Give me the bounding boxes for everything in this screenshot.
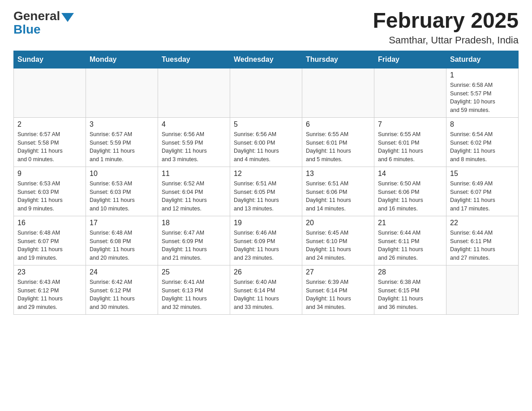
calendar-cell: 16Sunrise: 6:48 AMSunset: 6:07 PMDayligh… <box>14 216 86 265</box>
day-number: 9 <box>17 170 82 178</box>
day-number: 21 <box>378 219 442 227</box>
calendar-cell: 26Sunrise: 6:40 AMSunset: 6:14 PMDayligh… <box>230 265 302 314</box>
day-info: Sunrise: 6:55 AMSunset: 6:01 PMDaylight:… <box>378 131 423 163</box>
day-info: Sunrise: 6:42 AMSunset: 6:12 PMDaylight:… <box>90 279 135 310</box>
calendar-title: February 2025 <box>373 9 519 33</box>
calendar-cell: 25Sunrise: 6:41 AMSunset: 6:13 PMDayligh… <box>158 265 230 314</box>
day-number: 20 <box>306 219 370 227</box>
day-info: Sunrise: 6:45 AMSunset: 6:10 PMDaylight:… <box>306 230 351 261</box>
calendar-cell: 21Sunrise: 6:44 AMSunset: 6:11 PMDayligh… <box>374 216 446 265</box>
week-row-2: 2Sunrise: 6:57 AMSunset: 5:58 PMDaylight… <box>14 117 519 167</box>
day-info: Sunrise: 6:53 AMSunset: 6:03 PMDaylight:… <box>90 180 135 212</box>
calendar-cell <box>302 68 374 117</box>
calendar-cell: 19Sunrise: 6:46 AMSunset: 6:09 PMDayligh… <box>230 216 302 265</box>
calendar-cell <box>446 265 519 314</box>
calendar-cell: 3Sunrise: 6:57 AMSunset: 5:59 PMDaylight… <box>86 117 158 167</box>
calendar-header: SundayMondayTuesdayWednesdayThursdayFrid… <box>14 51 519 68</box>
calendar-cell <box>14 68 86 117</box>
calendar-cell: 27Sunrise: 6:39 AMSunset: 6:14 PMDayligh… <box>302 265 374 314</box>
day-info: Sunrise: 6:47 AMSunset: 6:09 PMDaylight:… <box>162 230 207 261</box>
calendar-cell: 20Sunrise: 6:45 AMSunset: 6:10 PMDayligh… <box>302 216 374 265</box>
day-number: 24 <box>90 268 154 276</box>
weekday-header-wednesday: Wednesday <box>230 51 302 68</box>
day-number: 26 <box>234 268 298 276</box>
weekday-header-saturday: Saturday <box>446 51 519 68</box>
day-number: 17 <box>90 219 154 227</box>
day-number: 22 <box>450 219 515 227</box>
day-number: 18 <box>162 219 226 227</box>
day-info: Sunrise: 6:58 AMSunset: 5:57 PMDaylight:… <box>450 82 495 113</box>
day-number: 28 <box>378 268 442 276</box>
day-info: Sunrise: 6:41 AMSunset: 6:13 PMDaylight:… <box>162 279 207 310</box>
calendar-cell: 4Sunrise: 6:56 AMSunset: 5:59 PMDaylight… <box>158 117 230 167</box>
day-info: Sunrise: 6:44 AMSunset: 6:11 PMDaylight:… <box>450 230 495 261</box>
day-number: 14 <box>378 170 442 178</box>
day-info: Sunrise: 6:55 AMSunset: 6:01 PMDaylight:… <box>306 131 351 163</box>
weekday-header-monday: Monday <box>86 51 158 68</box>
day-info: Sunrise: 6:56 AMSunset: 6:00 PMDaylight:… <box>234 131 279 163</box>
day-number: 13 <box>306 170 370 178</box>
day-info: Sunrise: 6:51 AMSunset: 6:05 PMDaylight:… <box>234 180 279 212</box>
weekday-header-friday: Friday <box>374 51 446 68</box>
day-info: Sunrise: 6:56 AMSunset: 5:59 PMDaylight:… <box>162 131 207 163</box>
day-number: 25 <box>162 268 226 276</box>
day-number: 19 <box>234 219 298 227</box>
calendar-cell: 5Sunrise: 6:56 AMSunset: 6:00 PMDaylight… <box>230 117 302 167</box>
day-number: 16 <box>17 219 82 227</box>
day-info: Sunrise: 6:50 AMSunset: 6:06 PMDaylight:… <box>378 180 423 212</box>
day-number: 27 <box>306 268 370 276</box>
calendar-cell: 9Sunrise: 6:53 AMSunset: 6:03 PMDaylight… <box>14 167 86 216</box>
calendar-cell: 1Sunrise: 6:58 AMSunset: 5:57 PMDaylight… <box>446 68 519 117</box>
calendar-table: SundayMondayTuesdayWednesdayThursdayFrid… <box>13 51 519 315</box>
calendar-cell <box>230 68 302 117</box>
day-number: 12 <box>234 170 298 178</box>
day-number: 11 <box>162 170 226 178</box>
calendar-cell: 24Sunrise: 6:42 AMSunset: 6:12 PMDayligh… <box>86 265 158 314</box>
week-row-4: 16Sunrise: 6:48 AMSunset: 6:07 PMDayligh… <box>14 216 519 265</box>
weekday-header-row: SundayMondayTuesdayWednesdayThursdayFrid… <box>14 51 519 68</box>
calendar-cell: 2Sunrise: 6:57 AMSunset: 5:58 PMDaylight… <box>14 117 86 167</box>
day-info: Sunrise: 6:51 AMSunset: 6:06 PMDaylight:… <box>306 180 351 212</box>
calendar-cell: 14Sunrise: 6:50 AMSunset: 6:06 PMDayligh… <box>374 167 446 216</box>
day-info: Sunrise: 6:46 AMSunset: 6:09 PMDaylight:… <box>234 230 279 261</box>
week-row-3: 9Sunrise: 6:53 AMSunset: 6:03 PMDaylight… <box>14 167 519 216</box>
day-number: 6 <box>306 120 370 128</box>
day-number: 2 <box>17 120 82 128</box>
calendar-cell: 8Sunrise: 6:54 AMSunset: 6:02 PMDaylight… <box>446 117 519 167</box>
logo: General Blue <box>13 9 74 37</box>
calendar-cell: 22Sunrise: 6:44 AMSunset: 6:11 PMDayligh… <box>446 216 519 265</box>
day-info: Sunrise: 6:49 AMSunset: 6:07 PMDaylight:… <box>450 180 495 212</box>
weekday-header-tuesday: Tuesday <box>158 51 230 68</box>
weekday-header-sunday: Sunday <box>14 51 86 68</box>
calendar-cell: 11Sunrise: 6:52 AMSunset: 6:04 PMDayligh… <box>158 167 230 216</box>
logo-general-text: General <box>13 9 60 23</box>
day-number: 23 <box>17 268 82 276</box>
day-info: Sunrise: 6:54 AMSunset: 6:02 PMDaylight:… <box>450 131 495 163</box>
day-number: 8 <box>450 120 515 128</box>
logo-blue-text: Blue <box>13 22 41 37</box>
calendar-cell: 18Sunrise: 6:47 AMSunset: 6:09 PMDayligh… <box>158 216 230 265</box>
calendar-cell: 23Sunrise: 6:43 AMSunset: 6:12 PMDayligh… <box>14 265 86 314</box>
day-number: 3 <box>90 120 154 128</box>
calendar-cell: 10Sunrise: 6:53 AMSunset: 6:03 PMDayligh… <box>86 167 158 216</box>
day-number: 15 <box>450 170 515 178</box>
calendar-cell: 28Sunrise: 6:38 AMSunset: 6:15 PMDayligh… <box>374 265 446 314</box>
day-info: Sunrise: 6:48 AMSunset: 6:07 PMDaylight:… <box>17 230 63 261</box>
weekday-header-thursday: Thursday <box>302 51 374 68</box>
calendar-cell: 15Sunrise: 6:49 AMSunset: 6:07 PMDayligh… <box>446 167 519 216</box>
calendar-cell: 7Sunrise: 6:55 AMSunset: 6:01 PMDaylight… <box>374 117 446 167</box>
day-number: 10 <box>90 170 154 178</box>
day-number: 5 <box>234 120 298 128</box>
week-row-5: 23Sunrise: 6:43 AMSunset: 6:12 PMDayligh… <box>14 265 519 314</box>
calendar-cell <box>158 68 230 117</box>
day-info: Sunrise: 6:53 AMSunset: 6:03 PMDaylight:… <box>17 180 63 212</box>
calendar-cell: 13Sunrise: 6:51 AMSunset: 6:06 PMDayligh… <box>302 167 374 216</box>
day-info: Sunrise: 6:57 AMSunset: 5:59 PMDaylight:… <box>90 131 135 163</box>
day-info: Sunrise: 6:40 AMSunset: 6:14 PMDaylight:… <box>234 279 279 310</box>
day-info: Sunrise: 6:52 AMSunset: 6:04 PMDaylight:… <box>162 180 207 212</box>
day-info: Sunrise: 6:48 AMSunset: 6:08 PMDaylight:… <box>90 230 135 261</box>
week-row-1: 1Sunrise: 6:58 AMSunset: 5:57 PMDaylight… <box>14 68 519 117</box>
calendar-cell <box>86 68 158 117</box>
page-header: General Blue February 2025 Samthar, Utta… <box>13 9 519 46</box>
day-info: Sunrise: 6:38 AMSunset: 6:15 PMDaylight:… <box>378 279 423 310</box>
